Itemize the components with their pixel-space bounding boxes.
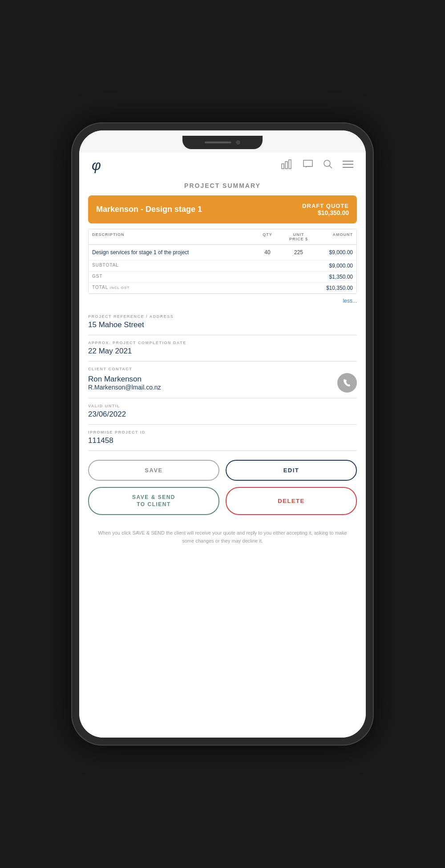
save-button[interactable]: SAVE — [88, 460, 219, 481]
field-completion: APPROX. PROJECT COMPLETION DATE 22 May 2… — [88, 335, 357, 361]
edit-button[interactable]: EDIT — [226, 460, 357, 481]
btn-row-2: SAVE & SENDTO CLIENT DELETE — [88, 487, 357, 515]
less-link[interactable]: less... — [343, 298, 357, 304]
quote-table: DESCRIPTION QTY UNITPRICE $ AMOUNT Desig… — [88, 229, 357, 294]
total-row: TOTAL INCL GST $10,350.00 — [89, 283, 356, 293]
row-unit-price: 225 — [281, 245, 316, 260]
app-logo: φ — [92, 158, 101, 172]
client-label: CLIENT CONTACT — [88, 367, 357, 371]
scroll-content: φ — [79, 153, 366, 738]
subtotal-row: SUBTOTAL $9,000.00 — [89, 260, 356, 272]
client-name: Ron Markenson — [88, 375, 161, 384]
project-id-label: IPROMISE PROJECT ID — [88, 430, 357, 434]
buttons-section: SAVE EDIT SAVE & SENDTO CLIENT DELETE — [79, 451, 366, 526]
reference-value: 15 Mahoe Street — [88, 320, 357, 329]
subtotal-value: $9,000.00 — [329, 263, 353, 269]
chart-icon[interactable] — [281, 159, 293, 171]
notch — [182, 136, 263, 149]
completion-value: 22 May 2021 — [88, 347, 357, 356]
nav-icons — [281, 159, 353, 171]
col-description: DESCRIPTION — [89, 229, 254, 244]
notch-dot — [236, 140, 240, 145]
col-amount: AMOUNT — [316, 229, 356, 244]
svg-line-4 — [329, 166, 332, 168]
field-project-id: IPROMISE PROJECT ID 111458 — [88, 425, 357, 451]
page-title: PROJECT SUMMARY — [79, 178, 366, 195]
delete-button[interactable]: DELETE — [226, 487, 357, 515]
valid-label: VALID UNTIL — [88, 404, 357, 408]
message-icon[interactable] — [303, 159, 313, 171]
col-qty: QTY — [254, 229, 281, 244]
project-id-value: 111458 — [88, 436, 357, 445]
client-details: Ron Markenson R.Markenson@lmail.co.nz — [88, 375, 161, 391]
btn-row-1: SAVE EDIT — [88, 460, 357, 481]
table-header: DESCRIPTION QTY UNITPRICE $ AMOUNT — [89, 229, 356, 245]
notch-line — [205, 142, 231, 143]
svg-rect-1 — [285, 162, 287, 169]
disclaimer-text: When you click SAVE & SEND the client wi… — [79, 526, 366, 554]
subtotal-rows: SUBTOTAL $9,000.00 GST $1,350.00 TOTAL I… — [89, 260, 356, 293]
client-email: R.Markenson@lmail.co.nz — [88, 384, 161, 391]
field-client: CLIENT CONTACT Ron Markenson R.Markenson… — [88, 361, 357, 398]
client-row: Ron Markenson R.Markenson@lmail.co.nz — [88, 373, 357, 393]
field-reference: PROJECT REFERENCE / ADDRESS 15 Mahoe Str… — [88, 309, 357, 335]
menu-icon[interactable] — [343, 160, 353, 170]
field-valid: VALID UNTIL 23/06/2022 — [88, 398, 357, 425]
save-send-button[interactable]: SAVE & SENDTO CLIENT — [88, 487, 219, 515]
table-row: Design services for stage 1 of the proje… — [89, 245, 356, 260]
phone-device: φ — [71, 122, 374, 746]
phone-call-button[interactable] — [337, 373, 357, 393]
gst-label: GST — [92, 274, 103, 280]
search-icon[interactable] — [323, 159, 333, 171]
nav-bar: φ — [79, 153, 366, 178]
total-label: TOTAL INCL GST — [92, 285, 129, 291]
row-amount: $9,000.00 — [316, 245, 356, 260]
reference-label: PROJECT REFERENCE / ADDRESS — [88, 314, 357, 319]
row-qty: 40 — [254, 245, 281, 260]
notch-bar — [79, 130, 366, 153]
svg-rect-0 — [282, 164, 284, 169]
total-value: $10,350.00 — [326, 285, 353, 291]
gst-value: $1,350.00 — [329, 274, 353, 280]
row-description: Design services for stage 1 of the proje… — [89, 245, 254, 260]
less-link-container: less... — [88, 296, 357, 304]
quote-header-amount: $10,350.00 — [302, 209, 349, 216]
quote-header-right: DRAFT QUOTE $10,350.00 — [302, 203, 349, 216]
phone-screen: φ — [79, 130, 366, 738]
quote-project-name: Markenson - Design stage 1 — [96, 205, 302, 214]
quote-status: DRAFT QUOTE — [302, 203, 349, 209]
svg-rect-2 — [289, 160, 291, 169]
completion-label: APPROX. PROJECT COMPLETION DATE — [88, 341, 357, 345]
valid-value: 23/06/2022 — [88, 410, 357, 419]
col-unit-price: UNITPRICE $ — [281, 229, 316, 244]
gst-row: GST $1,350.00 — [89, 272, 356, 283]
svg-point-3 — [324, 160, 330, 166]
subtotal-label: SUBTOTAL — [92, 263, 119, 269]
quote-header: Markenson - Design stage 1 DRAFT QUOTE $… — [88, 195, 357, 223]
